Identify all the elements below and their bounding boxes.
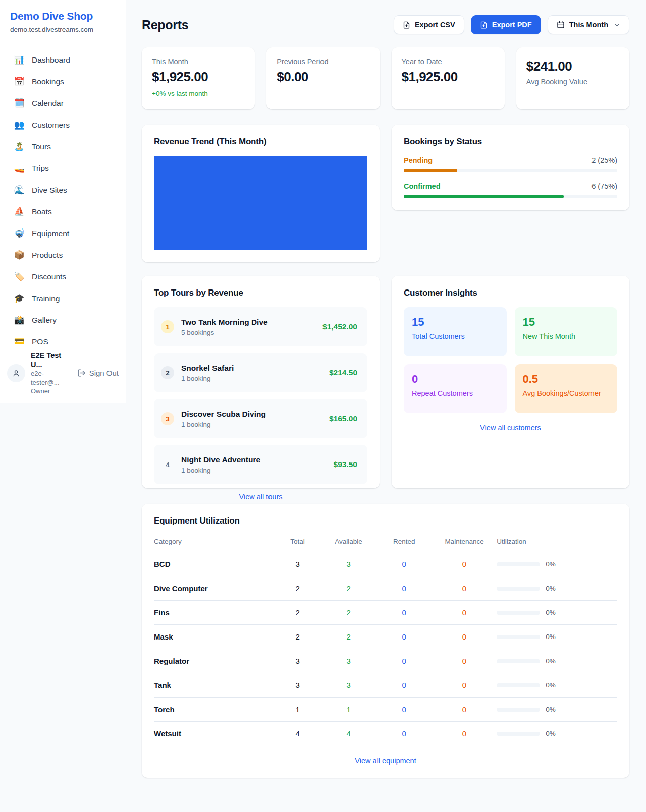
status-row-confirmed: Confirmed 6 (75%) — [404, 182, 617, 198]
cell-rented: 0 — [376, 649, 432, 673]
wave-icon: 🌊 — [14, 186, 25, 194]
user-email: e2e-tester@... — [31, 369, 72, 387]
utilization-percent: 0% — [546, 657, 556, 665]
utilization-percent: 0% — [546, 681, 556, 689]
status-row-pending: Pending 2 (25%) — [404, 156, 617, 172]
col-available: Available — [320, 533, 376, 552]
utilization-bar-track — [497, 708, 540, 712]
utilization-percent: 0% — [546, 585, 556, 592]
tour-revenue: $214.50 — [329, 368, 357, 377]
tag-icon: 🏷️ — [14, 272, 25, 281]
status-bar-fill — [404, 195, 564, 198]
user-role: Owner — [31, 387, 72, 396]
sign-out-button[interactable]: Sign Out — [77, 369, 119, 377]
main-content: Reports Export CSV Export PDF This Month — [126, 0, 646, 798]
cell-total: 1 — [275, 698, 321, 722]
cell-available: 3 — [320, 552, 376, 576]
diving-mask-icon: 🤿 — [14, 229, 25, 238]
period-select[interactable]: This Month — [548, 15, 629, 34]
stat-value: $241.00 — [526, 59, 619, 74]
table-row: Torch 1 1 0 0 0% — [154, 698, 617, 722]
rank-badge: 3 — [161, 412, 174, 425]
sidebar-item-bookings[interactable]: 📅 Bookings — [0, 71, 126, 92]
cell-maintenance: 0 — [432, 698, 497, 722]
people-icon: 👥 — [14, 121, 25, 129]
bookings-by-status-title: Bookings by Status — [404, 137, 617, 147]
customer-insights-card: Customer Insights 15 Total Customers 15 … — [392, 276, 629, 488]
tour-row: 1 Two Tank Morning Dive 5 bookings $1,45… — [154, 307, 367, 346]
sidebar-nav: 📊 Dashboard 📅 Bookings 🗓️ Calendar 👥 Cus… — [0, 41, 126, 344]
stat-card-year-to-date: Year to Date $1,925.00 — [392, 47, 505, 109]
sidebar-item-gallery[interactable]: 📸 Gallery — [0, 309, 126, 331]
status-count: 2 (25%) — [591, 156, 617, 164]
sidebar-item-boats[interactable]: ⛵ Boats — [0, 201, 126, 222]
table-header-row: Category Total Available Rented Maintena… — [154, 533, 617, 552]
rank-badge: 1 — [161, 320, 174, 333]
insight-value: 15 — [412, 316, 499, 329]
sidebar-item-tours[interactable]: 🏝️ Tours — [0, 136, 126, 157]
table-row: Wetsuit 4 4 0 0 0% — [154, 722, 617, 746]
cell-available: 2 — [320, 601, 376, 625]
insight-label: Total Customers — [412, 332, 499, 340]
file-download-icon — [403, 21, 410, 29]
col-rented: Rented — [376, 533, 432, 552]
stat-delta: +0% vs last month — [152, 90, 245, 97]
sidebar-item-training[interactable]: 🎓 Training — [0, 287, 126, 309]
sidebar-item-label: Training — [32, 294, 60, 303]
insight-new-this-month: 15 New This Month — [515, 307, 618, 356]
cell-category: Regulator — [154, 649, 275, 673]
bookings-by-status-card: Bookings by Status Pending 2 (25%) Confi… — [392, 125, 629, 210]
sidebar-item-dive-sites[interactable]: 🌊 Dive Sites — [0, 179, 126, 201]
view-all-tours-link[interactable]: View all tours — [154, 493, 367, 501]
sidebar-item-equipment[interactable]: 🤿 Equipment — [0, 222, 126, 244]
export-pdf-label: Export PDF — [492, 21, 532, 29]
stat-card-previous-period: Previous Period $0.00 — [266, 47, 380, 109]
stat-value: $0.00 — [277, 69, 369, 85]
sidebar-item-dashboard[interactable]: 📊 Dashboard — [0, 49, 126, 71]
stat-value: $1,925.00 — [402, 69, 495, 85]
utilization-cell: 0% — [497, 657, 617, 665]
sidebar-item-label: Bookings — [32, 77, 64, 86]
view-all-customers-link[interactable]: View all customers — [404, 424, 617, 432]
cell-category: Fins — [154, 601, 275, 625]
sidebar-item-discounts[interactable]: 🏷️ Discounts — [0, 266, 126, 287]
export-csv-button[interactable]: Export CSV — [394, 15, 464, 34]
utilization-percent: 0% — [546, 633, 556, 641]
cell-available: 3 — [320, 649, 376, 673]
utilization-cell: 0% — [497, 585, 617, 592]
utilization-percent: 0% — [546, 706, 556, 713]
cell-category: BCD — [154, 552, 275, 576]
status-bar-track — [404, 195, 617, 198]
tour-bookings: 1 booking — [181, 421, 266, 428]
stat-label: Year to Date — [402, 57, 495, 66]
revenue-trend-chart — [154, 156, 367, 250]
shop-name[interactable]: Demo Dive Shop — [10, 10, 116, 22]
user-name: E2E Test U... — [31, 351, 72, 370]
sidebar-item-trips[interactable]: 🚤 Trips — [0, 157, 126, 179]
rank-badge: 2 — [161, 366, 174, 379]
sidebar-item-label: Tours — [32, 142, 51, 151]
view-all-equipment-link[interactable]: View all equipment — [154, 757, 617, 765]
cell-rented: 0 — [376, 698, 432, 722]
tour-bookings: 1 booking — [181, 467, 260, 474]
sidebar-item-products[interactable]: 📦 Products — [0, 244, 126, 266]
sidebar-item-calendar[interactable]: 🗓️ Calendar — [0, 92, 126, 114]
sidebar-item-label: Dive Sites — [32, 186, 67, 195]
tour-name: Snorkel Safari — [181, 364, 234, 373]
table-row: Dive Computer 2 2 0 0 0% — [154, 576, 617, 601]
utilization-cell: 0% — [497, 706, 617, 713]
sidebar-item-pos[interactable]: 💳 POS — [0, 331, 126, 344]
utilization-bar-track — [497, 611, 540, 615]
status-count: 6 (75%) — [591, 182, 617, 190]
utilization-bar-track — [497, 659, 540, 663]
sidebar-item-label: Trips — [32, 164, 49, 173]
equipment-table: Category Total Available Rented Maintena… — [154, 533, 617, 745]
cell-maintenance: 0 — [432, 576, 497, 601]
customer-insights-title: Customer Insights — [404, 288, 617, 298]
sidebar-item-customers[interactable]: 👥 Customers — [0, 114, 126, 136]
cell-category: Dive Computer — [154, 576, 275, 601]
charts-row: Revenue Trend (This Month) Bookings by S… — [142, 125, 629, 262]
spiral-calendar-icon: 🗓️ — [14, 99, 25, 107]
utilization-cell: 0% — [497, 730, 617, 737]
export-pdf-button[interactable]: Export PDF — [471, 15, 541, 34]
